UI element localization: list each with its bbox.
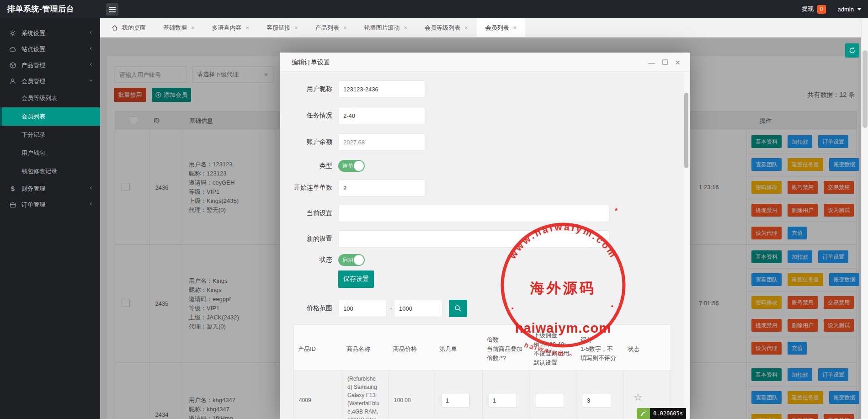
breadcrumb-tabs: 我的桌面基础数据×多语言内容×客服链接×产品列表×轮播图片滚动×会员等级列表×会… <box>100 18 861 37</box>
sidebar-item-用户钱包[interactable]: 用户钱包 <box>0 144 100 162</box>
page-scrollbar[interactable] <box>861 18 868 419</box>
product-column-header: 状态 <box>623 324 671 370</box>
save-settings-button[interactable]: 保存设置 <box>338 270 374 288</box>
debug-timer[interactable]: 0.020605s <box>637 408 686 419</box>
toggle-类型[interactable]: 连单 <box>338 160 365 172</box>
field-input-账户余额[interactable] <box>338 133 425 151</box>
field-label-账户余额: 账户余额 <box>280 138 332 146</box>
price-range-label: 价格范围 <box>280 304 332 313</box>
order_no-input[interactable] <box>442 393 470 408</box>
price-search-button[interactable] <box>449 300 467 317</box>
chevron-down-icon <box>857 8 862 11</box>
hamburger-menu-icon[interactable] <box>106 3 118 16</box>
field-label-新的设置: 新的设置 <box>280 235 332 243</box>
close-icon[interactable]: × <box>294 25 298 31</box>
star-icon[interactable]: ☆ <box>634 392 643 403</box>
cloud-icon <box>9 46 16 53</box>
field-input-当前设置[interactable] <box>338 205 609 222</box>
sidebar-item-钱包修改记录[interactable]: 钱包修改记录 <box>0 162 100 180</box>
score-input[interactable] <box>583 393 611 408</box>
toggle-knob <box>354 255 364 265</box>
tab-基础数据[interactable]: 基础数据× <box>154 18 203 37</box>
chevron-left-icon <box>88 201 94 208</box>
sidebar-item-会员管理[interactable]: 会员管理 <box>0 73 100 89</box>
field-input-任务情况[interactable] <box>338 107 425 124</box>
maximize-icon[interactable] <box>662 59 668 66</box>
product-column-header: 商品名称 <box>342 324 389 370</box>
scrollbar-thumb[interactable] <box>863 50 868 128</box>
sidebar-item-财务管理[interactable]: $财务管理 <box>0 180 100 196</box>
modal-title: 编辑订单设置 <box>292 53 330 72</box>
sidebar-item-会员列表[interactable]: 会员列表 <box>0 107 100 126</box>
withdraw-indicator[interactable]: 提现 0 <box>802 5 826 14</box>
tab-客服链接[interactable]: 客服链接× <box>258 18 307 37</box>
order-icon <box>9 201 16 208</box>
home-icon <box>112 25 118 31</box>
top-bar: 排单系统-管理后台 提现 0 admin <box>0 0 868 18</box>
chevron-left-icon <box>88 46 94 53</box>
edit-order-settings-modal: 编辑订单设置 — × 用户昵称任务情况账户余额类型连单开始连单单数当前设置*新的… <box>280 53 690 419</box>
sidebar-item-会员等级列表[interactable]: 会员等级列表 <box>0 89 100 107</box>
field-label-开始连单单数: 开始连单单数 <box>280 184 332 192</box>
field-label-状态: 状态 <box>280 256 332 264</box>
price-to-input[interactable] <box>394 300 442 317</box>
modal-scrollbar[interactable] <box>684 72 689 419</box>
close-icon[interactable]: × <box>246 25 250 31</box>
product-name-cell: (Waterfall blu <box>347 399 379 408</box>
tab-产品列表[interactable]: 产品列表× <box>307 18 356 37</box>
price-range-separator: - <box>389 304 393 311</box>
withdraw-label: 提现 <box>802 5 814 13</box>
chevron-left-icon <box>88 62 94 69</box>
toggle-状态[interactable]: 启用 <box>338 254 365 266</box>
watermark-dot: · <box>511 302 515 314</box>
field-input-开始连单单数[interactable] <box>338 179 425 196</box>
sidebar-item-站点设置[interactable]: 站点设置 <box>0 41 100 57</box>
sidebar-item-系统设置[interactable]: 系统设置 <box>0 25 100 41</box>
product-id-cell: 4009 <box>299 396 311 404</box>
toggle-knob <box>354 161 364 171</box>
multiple-input[interactable] <box>489 393 517 408</box>
tab-多语言内容[interactable]: 多语言内容× <box>203 18 258 37</box>
field-input-新的设置[interactable] <box>338 230 609 248</box>
debug-time-label: 0.020605s <box>650 408 686 419</box>
minimize-icon[interactable]: — <box>648 59 655 66</box>
sidebar-item-订单管理[interactable]: 订单管理 <box>0 196 100 212</box>
chevron-left-icon <box>88 185 94 192</box>
commission-input[interactable] <box>536 393 564 408</box>
watermark-cn-text: 海外源码 <box>530 280 596 296</box>
close-icon[interactable]: × <box>191 25 195 31</box>
dollar-icon: $ <box>9 185 16 192</box>
close-icon[interactable]: × <box>404 25 407 31</box>
refresh-button[interactable] <box>845 43 859 58</box>
close-icon[interactable]: × <box>343 25 347 31</box>
tab-会员列表[interactable]: 会员列表× <box>477 18 526 37</box>
search-icon <box>454 305 462 312</box>
refresh-icon <box>848 47 856 54</box>
gear-icon <box>9 30 16 37</box>
user-menu[interactable]: admin <box>838 6 862 13</box>
modal-header: 编辑订单设置 — × <box>280 53 690 72</box>
tab-home[interactable]: 我的桌面 <box>103 18 154 37</box>
sidebar-item-下分记录[interactable]: 下分记录 <box>0 126 100 144</box>
tab-会员等级列表[interactable]: 会员等级列表× <box>416 18 477 37</box>
username: admin <box>838 6 854 13</box>
field-input-用户昵称[interactable] <box>338 80 425 98</box>
thinkphp-icon <box>637 408 650 419</box>
sidebar-item-产品管理[interactable]: 产品管理 <box>0 57 100 73</box>
scrollbar-thumb[interactable] <box>684 93 688 168</box>
table-border <box>671 324 671 419</box>
product-name-cell: e,4GB RAM, <box>347 408 378 416</box>
tab-轮播图片滚动[interactable]: 轮播图片滚动× <box>355 18 416 37</box>
product-name-cell: Galaxy F13 <box>347 391 375 399</box>
withdraw-count-badge: 0 <box>817 5 826 14</box>
required-mark: * <box>615 207 618 215</box>
close-icon[interactable]: × <box>675 58 680 67</box>
product-column-header: 倍数 当前商品叠加 倍数:*? <box>482 324 529 370</box>
price-from-input[interactable] <box>338 300 387 317</box>
close-icon[interactable]: × <box>464 25 468 31</box>
chevron-down-icon <box>88 78 94 85</box>
app-title: 排单系统-管理后台 <box>7 0 74 18</box>
product-column-header: 第几单 <box>435 324 482 370</box>
product-column-header: 商品价格 <box>389 324 435 370</box>
close-icon[interactable]: × <box>513 25 517 31</box>
